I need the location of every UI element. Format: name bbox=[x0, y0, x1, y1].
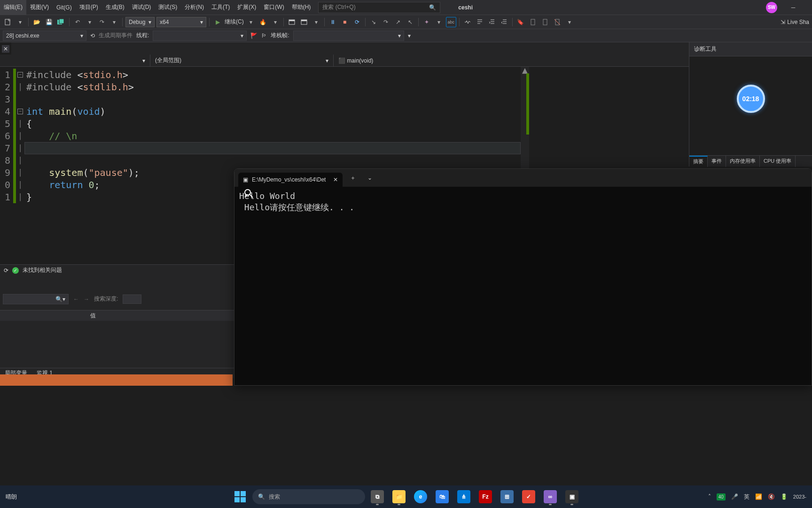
continue-button[interactable]: ▶ bbox=[212, 17, 223, 27]
browser-select[interactable] bbox=[287, 17, 297, 27]
new-item-dropdown[interactable]: ▾ bbox=[15, 17, 25, 27]
platform-dropdown[interactable]: x64▾ bbox=[156, 17, 206, 27]
windows-taskbar[interactable]: 晴朗 🔍 搜索 ⧉ 📁 e 🛍 ⋔ Fz ⊞ ✓ ∞ ▣ ˄ 40 🎤 英 📶 … bbox=[0, 485, 812, 508]
app-explorer[interactable]: 📁 bbox=[390, 487, 408, 506]
hot-reload-dropdown[interactable]: ▾ bbox=[270, 17, 281, 27]
diag-tab-events[interactable]: 事件 bbox=[708, 156, 726, 167]
toggle-outline-icon[interactable] bbox=[462, 17, 473, 27]
search-input[interactable]: 🔍 ▾ bbox=[3, 294, 69, 304]
tray-overflow-icon[interactable]: ˄ bbox=[708, 493, 711, 500]
weather-widget[interactable]: 晴朗 bbox=[0, 493, 23, 501]
nav-back-icon[interactable]: ← bbox=[73, 296, 79, 302]
tray-wifi-icon[interactable]: 📶 bbox=[755, 493, 762, 500]
tray-clock[interactable]: 2023- bbox=[793, 494, 806, 500]
pause-button[interactable]: ⏸ bbox=[328, 17, 338, 27]
nav-fwd-icon[interactable]: → bbox=[84, 296, 89, 302]
menu-test[interactable]: 测试(S) bbox=[155, 0, 181, 15]
bookmark-next-button[interactable] bbox=[540, 17, 550, 27]
search-dropdown-icon[interactable]: ▾ bbox=[62, 296, 65, 302]
thread-dropdown[interactable]: ▾ bbox=[153, 31, 247, 41]
app-generic[interactable]: ⊞ bbox=[498, 487, 516, 506]
bookmark-button[interactable]: 🔖 bbox=[515, 17, 526, 27]
terminal-tab-close-icon[interactable]: ✕ bbox=[333, 176, 338, 183]
thread-flag-icon[interactable]: 🚩 bbox=[250, 32, 258, 39]
config-dropdown[interactable]: Debug▾ bbox=[125, 17, 155, 27]
close-icon[interactable]: ✕ bbox=[2, 45, 9, 53]
menu-debug[interactable]: 调试(D) bbox=[128, 0, 155, 15]
step-into-button[interactable]: ↘ bbox=[368, 17, 379, 27]
terminal-new-tab-button[interactable]: ＋ bbox=[346, 171, 359, 184]
tray-mic-icon[interactable]: 🎤 bbox=[731, 493, 738, 500]
editor-tab-close[interactable]: ✕ bbox=[0, 42, 11, 55]
bookmark-prev-button[interactable] bbox=[528, 17, 538, 27]
debugbar-overflow[interactable]: ▾ bbox=[408, 32, 411, 39]
app-vscode[interactable]: ⋔ bbox=[454, 487, 473, 506]
terminal-tab-dropdown[interactable]: ⌄ bbox=[363, 171, 376, 184]
stop-button[interactable]: ■ bbox=[340, 17, 350, 27]
tray-ime[interactable]: 英 bbox=[744, 493, 750, 501]
toolbar-overflow[interactable]: ▾ bbox=[564, 17, 575, 27]
live-share-button[interactable]: Live Sha bbox=[787, 19, 809, 25]
menu-view[interactable]: 视图(V) bbox=[26, 0, 53, 15]
step-back-button[interactable]: ↖ bbox=[405, 17, 415, 27]
terminal-output[interactable]: Hello World Hello请按任意键继续. . . bbox=[234, 187, 812, 385]
nav-scope-dropdown[interactable]: (全局范围)▾ bbox=[150, 55, 334, 67]
user-avatar[interactable]: SW bbox=[766, 2, 777, 13]
open-file-button[interactable]: 📂 bbox=[31, 17, 42, 27]
tray-volume-icon[interactable]: 🔇 bbox=[768, 493, 775, 500]
intellicode-icon[interactable]: ✦ bbox=[422, 17, 432, 27]
undo-dropdown[interactable]: ▾ bbox=[85, 17, 95, 27]
taskbar-search[interactable]: 🔍 搜索 bbox=[252, 489, 365, 504]
step-over-button[interactable]: ↷ bbox=[381, 17, 391, 27]
terminal-titlebar[interactable]: ▣ E:\MyDemo_vs\ceshi\x64\Det ✕ ＋ ⌄ bbox=[234, 169, 812, 187]
save-all-button[interactable] bbox=[56, 17, 66, 27]
menu-help[interactable]: 帮助(H) bbox=[288, 0, 315, 15]
tray-battery-icon[interactable]: 🔋 bbox=[781, 493, 788, 500]
menu-window[interactable]: 窗口(W) bbox=[260, 0, 288, 15]
redo-dropdown[interactable]: ▾ bbox=[109, 17, 119, 27]
terminal-window[interactable]: ▣ E:\MyDemo_vs\ceshi\x64\Det ✕ ＋ ⌄ Hello… bbox=[234, 168, 812, 386]
indent-button[interactable] bbox=[487, 17, 497, 27]
diag-tab-memory[interactable]: 内存使用率 bbox=[726, 156, 760, 167]
menu-git[interactable]: Git(G) bbox=[53, 0, 76, 15]
app-store[interactable]: 🛍 bbox=[433, 487, 452, 506]
menu-project[interactable]: 项目(P) bbox=[76, 0, 102, 15]
app-terminal[interactable]: ▣ bbox=[562, 487, 581, 506]
global-search[interactable]: 搜索 (Ctrl+Q) 🔍 bbox=[318, 2, 440, 13]
app-taskview[interactable]: ⧉ bbox=[368, 487, 387, 506]
bookmark-clear-button[interactable] bbox=[552, 17, 562, 27]
browser-select-2[interactable] bbox=[299, 17, 309, 27]
abc-format-button[interactable]: abc bbox=[446, 17, 456, 27]
terminal-tab[interactable]: ▣ E:\MyDemo_vs\ceshi\x64\Det ✕ bbox=[238, 173, 343, 187]
search-icon[interactable]: 🔍 bbox=[55, 296, 62, 302]
fold-column[interactable]: −│ −│││││││ bbox=[16, 67, 24, 264]
menu-analyze[interactable]: 分析(N) bbox=[181, 0, 208, 15]
redo-button[interactable]: ↷ bbox=[97, 17, 107, 27]
tray-temp[interactable]: 40 bbox=[717, 493, 726, 500]
nav-project-dropdown[interactable]: ▾ bbox=[0, 55, 150, 67]
hot-reload-button[interactable]: 🔥 bbox=[258, 17, 268, 27]
browser-dropdown[interactable]: ▾ bbox=[311, 17, 321, 27]
save-button[interactable]: 💾 bbox=[44, 17, 54, 27]
diag-tab-summary[interactable]: 摘要 bbox=[689, 156, 708, 167]
comment-button[interactable] bbox=[475, 17, 485, 27]
stackframe-dropdown[interactable]: ▾ bbox=[293, 31, 404, 41]
issues-icon[interactable]: ⟳ bbox=[4, 267, 8, 274]
depth-dropdown[interactable] bbox=[123, 294, 141, 304]
step-out-button[interactable]: ↗ bbox=[393, 17, 403, 27]
cycle-frame-icon[interactable]: ⟲ bbox=[90, 32, 95, 39]
window-minimize[interactable]: ─ bbox=[784, 0, 803, 15]
app-filezilla[interactable]: Fz bbox=[476, 487, 495, 506]
start-button[interactable] bbox=[231, 487, 250, 506]
menu-tools[interactable]: 工具(T) bbox=[208, 0, 234, 15]
thread-flag2-icon[interactable]: 🏳 bbox=[261, 32, 267, 39]
new-item-button[interactable] bbox=[3, 17, 13, 27]
app-visualstudio[interactable]: ∞ bbox=[541, 487, 560, 506]
restart-button[interactable]: ⟳ bbox=[352, 17, 362, 27]
process-dropdown[interactable]: 28] ceshi.exe▾ bbox=[3, 31, 86, 41]
undo-button[interactable]: ↶ bbox=[72, 17, 83, 27]
outdent-button[interactable] bbox=[499, 17, 509, 27]
system-tray[interactable]: ˄ 40 🎤 英 📶 🔇 🔋 2023- bbox=[708, 493, 812, 501]
intellicode-dropdown[interactable]: ▾ bbox=[434, 17, 444, 27]
app-edge[interactable]: e bbox=[411, 487, 430, 506]
